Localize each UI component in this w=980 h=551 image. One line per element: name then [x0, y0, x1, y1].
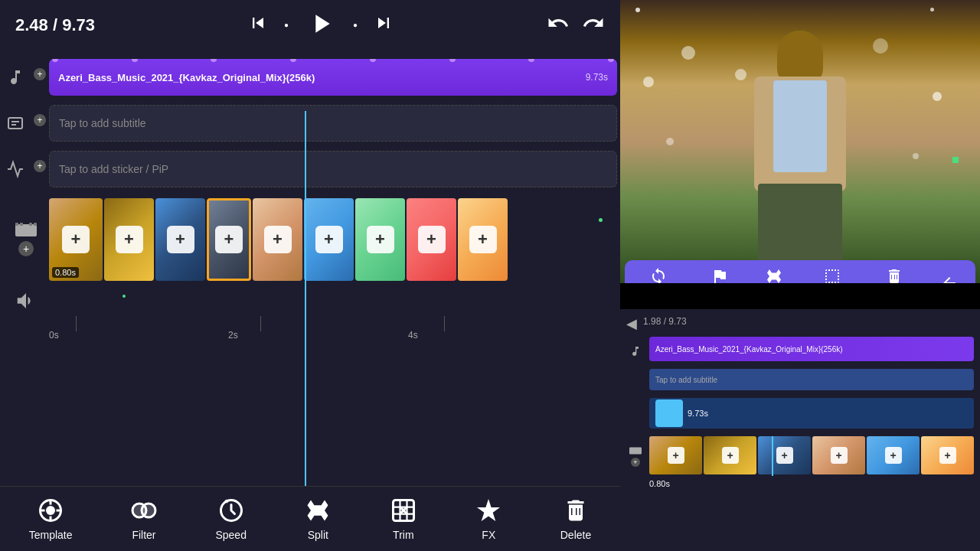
- clip-9-add[interactable]: +: [469, 226, 497, 253]
- toolbar-template[interactable]: Template: [29, 497, 73, 541]
- mini-music-icon[interactable]: [626, 345, 645, 357]
- ruler-4s: 4s: [408, 330, 418, 341]
- skip-back-button[interactable]: [247, 12, 269, 38]
- mini-clip-5[interactable]: +: [867, 436, 920, 474]
- volume-icon[interactable]: [3, 289, 49, 312]
- skip-forward-button[interactable]: [373, 12, 394, 38]
- particle: [122, 295, 126, 298]
- bokeh-4: [933, 92, 942, 101]
- mini-clip-4[interactable]: +: [812, 436, 865, 474]
- clip-9[interactable]: +: [458, 198, 508, 281]
- mini-clip-1[interactable]: +: [649, 436, 702, 474]
- action-buttons-bar: Replace Beats Split Options: [625, 260, 975, 283]
- play-button[interactable]: [304, 8, 338, 42]
- toolbar-fx[interactable]: FX: [475, 497, 502, 541]
- action-delete[interactable]: Delete: [880, 267, 907, 283]
- subtitle-track-icon[interactable]: +: [3, 114, 49, 132]
- svg-rect-5: [20, 223, 23, 226]
- clip-6-add[interactable]: +: [315, 226, 343, 253]
- ruler-marker-0: [76, 316, 77, 331]
- mini-sticker-thumbnail: [655, 399, 683, 427]
- mini-clip-3-add[interactable]: +: [776, 447, 793, 464]
- sticker-track-icon[interactable]: +: [3, 160, 49, 178]
- sticker-track-content[interactable]: Tap to add sticker / PiP: [49, 151, 617, 187]
- mini-sticker-track[interactable]: 9.73s: [649, 398, 974, 429]
- mini-music-track[interactable]: Azeri_Bass_Music_2021_{Kavkaz_Original_M…: [649, 337, 974, 361]
- toolbar-fx-label: FX: [482, 529, 495, 541]
- action-buttons-wrapper: Replace Beats Split Options: [620, 260, 980, 283]
- action-replace[interactable]: Replace: [642, 267, 675, 283]
- svg-rect-7: [34, 223, 37, 226]
- svg-rect-18: [629, 447, 642, 454]
- toolbar-speed[interactable]: Speed: [215, 497, 246, 541]
- ruler-0s: 0s: [49, 330, 59, 341]
- toolbar-trim-label: Trim: [393, 529, 413, 541]
- mini-clip-2[interactable]: +: [704, 436, 756, 474]
- redo-button[interactable]: [582, 11, 605, 39]
- toolbar-trim[interactable]: Trim: [390, 497, 417, 541]
- mini-subtitle-track[interactable]: Tap to add subtitle: [649, 369, 974, 390]
- mini-clip-4-add[interactable]: +: [831, 447, 848, 464]
- undo-button[interactable]: [547, 11, 570, 39]
- clips-icon[interactable]: +: [3, 223, 49, 256]
- music-track-label: Azeri_Bass_Music_2021_{Kavkaz_Original_M…: [58, 72, 580, 83]
- time-display: 2.48 / 9.73: [15, 15, 95, 35]
- music-track-row: + Azeri_Bass_Music_2021_{Kavkaz_: [0, 56, 620, 99]
- right-panel: Replace Beats Split Options: [620, 0, 980, 551]
- preview-area: Replace Beats Split Options: [620, 0, 980, 283]
- music-track-content[interactable]: Azeri_Bass_Music_2021_{Kavkaz_Original_M…: [49, 59, 617, 96]
- star-dot2: [930, 8, 934, 11]
- toolbar-filter[interactable]: Filter: [130, 497, 158, 541]
- action-back[interactable]: [940, 274, 959, 283]
- volume-row: [0, 285, 620, 316]
- clip-2-add[interactable]: +: [116, 226, 143, 253]
- clip-8[interactable]: +: [407, 198, 456, 281]
- sticker-placeholder: Tap to add sticker / PiP: [59, 163, 168, 175]
- ruler-marker-4: [444, 316, 445, 331]
- clip-8-add[interactable]: +: [418, 226, 446, 253]
- clip-2[interactable]: +: [104, 198, 154, 281]
- mini-clips-icon[interactable]: +: [626, 445, 645, 467]
- subtitle-track-bar[interactable]: Tap to add subtitle: [49, 105, 617, 142]
- clip-5[interactable]: +: [253, 198, 302, 281]
- music-track-bar[interactable]: Azeri_Bass_Music_2021_{Kavkaz_Original_M…: [49, 59, 617, 96]
- mini-clip-2-add[interactable]: +: [722, 447, 739, 464]
- toolbar-split-label: Split: [308, 529, 328, 541]
- clip-3-add[interactable]: +: [167, 226, 194, 253]
- bokeh-5: [913, 153, 919, 159]
- bokeh-6: [873, 38, 888, 54]
- bokeh-2: [666, 138, 674, 145]
- subtitle-track-content[interactable]: Tap to add subtitle: [49, 105, 617, 142]
- clip-4-selected[interactable]: +: [207, 198, 251, 281]
- mini-clip-1-add[interactable]: +: [668, 447, 684, 464]
- ruler-2s: 2s: [228, 330, 238, 341]
- mini-subtitle-label: Tap to add subtitle: [655, 376, 717, 384]
- toolbar-delete[interactable]: Delete: [560, 497, 591, 541]
- clip-3[interactable]: +: [155, 198, 205, 281]
- mini-timeline-back[interactable]: ◀: [626, 315, 637, 332]
- mini-clip-5-add[interactable]: +: [885, 447, 902, 464]
- bokeh-7: [735, 69, 746, 80]
- toolbar-template-label: Template: [29, 529, 73, 541]
- clip-6[interactable]: +: [304, 198, 354, 281]
- mini-time-display: 1.98 / 9.73: [643, 316, 687, 327]
- timeline-ruler: 0s 2s 4s: [0, 316, 620, 347]
- clip-4-add[interactable]: +: [215, 226, 243, 253]
- clip-5-add[interactable]: +: [264, 226, 292, 253]
- ruler-marker-2: [260, 316, 261, 331]
- mini-clip-6-add[interactable]: +: [939, 447, 956, 464]
- action-split[interactable]: Split: [765, 267, 783, 283]
- clip-7[interactable]: +: [355, 198, 405, 281]
- track-handles: [49, 59, 617, 62]
- mini-clip-6[interactable]: +: [921, 436, 974, 474]
- action-beats[interactable]: Beats: [708, 267, 732, 283]
- clip-7-add[interactable]: +: [367, 226, 394, 253]
- music-track-icon[interactable]: +: [3, 68, 49, 86]
- toolbar-split[interactable]: Split: [304, 497, 332, 541]
- mini-clip-3[interactable]: +: [758, 436, 811, 474]
- sticker-track-bar[interactable]: Tap to add sticker / PiP: [49, 151, 617, 187]
- clip-1[interactable]: + 0.80s: [49, 198, 103, 281]
- action-options[interactable]: Options: [816, 267, 848, 283]
- clip-1-add[interactable]: +: [62, 226, 90, 253]
- dot-left: ●: [284, 21, 289, 29]
